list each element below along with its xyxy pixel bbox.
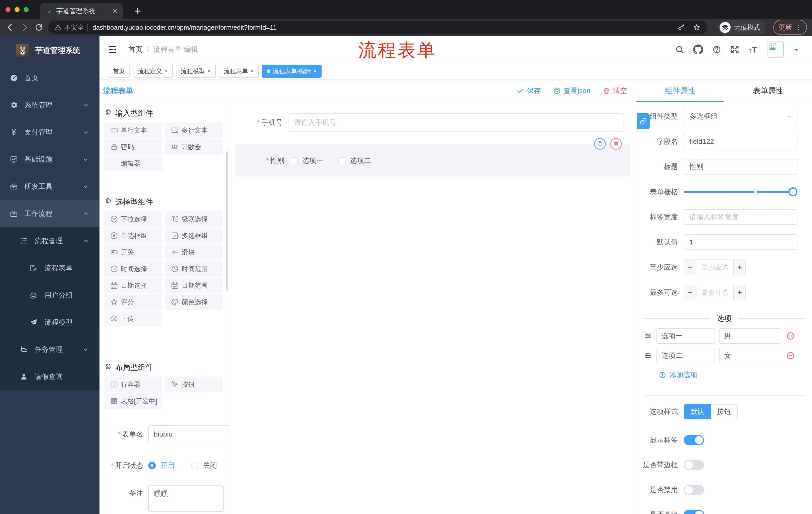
password-key-icon[interactable] bbox=[677, 23, 685, 31]
min-select-placeholder[interactable]: 至少应选 bbox=[696, 260, 733, 275]
palette-item-时间选择[interactable]: 时间选择 bbox=[104, 261, 162, 277]
sidebar-item-基础设施[interactable]: 基础设施 bbox=[0, 146, 99, 173]
sidebar-item-流程模型[interactable]: 流程模型 bbox=[0, 309, 99, 336]
sidebar-item-工作流程[interactable]: 工作流程 bbox=[0, 200, 99, 227]
palette-item-时间范围[interactable]: 时间范围 bbox=[165, 261, 223, 277]
gender-option1-label[interactable]: 选项一 bbox=[302, 156, 323, 165]
phone-field-input[interactable] bbox=[288, 113, 624, 132]
palette-scrollbar[interactable] bbox=[226, 152, 228, 291]
palette-item-按钮[interactable]: 按钮 bbox=[165, 377, 223, 392]
toggle-switch-off[interactable] bbox=[684, 485, 704, 495]
tag-close-icon[interactable]: × bbox=[207, 68, 211, 75]
palette-item-表格[开发中][interactable]: 表格[开发中] bbox=[104, 393, 162, 409]
remove-option-icon[interactable] bbox=[786, 351, 795, 360]
status-on-radio[interactable] bbox=[148, 462, 156, 469]
user-avatar[interactable] bbox=[767, 42, 784, 58]
breadcrumb-home[interactable]: 首页 bbox=[128, 45, 142, 54]
link-drawer-handle[interactable] bbox=[637, 113, 650, 129]
tab-form-props[interactable]: 表单属性 bbox=[724, 80, 812, 102]
palette-item-编辑器[interactable]: 编辑器 bbox=[104, 156, 162, 171]
palette-item-下拉选择[interactable]: 下拉选择 bbox=[104, 211, 162, 227]
forward-icon[interactable] bbox=[20, 23, 29, 32]
drag-handle-icon[interactable] bbox=[644, 351, 652, 360]
stepper-decrease-button[interactable]: − bbox=[685, 260, 696, 275]
option-value-input[interactable] bbox=[719, 328, 781, 344]
window-zoom-button[interactable] bbox=[24, 7, 29, 12]
tag-close-icon[interactable]: × bbox=[314, 68, 317, 75]
window-controls[interactable] bbox=[5, 7, 29, 12]
palette-item-行容器[interactable]: 行容器 bbox=[104, 377, 162, 392]
palette-item-日期选择[interactable]: 日期选择 bbox=[104, 278, 162, 293]
palette-item-开关[interactable]: 开关 bbox=[104, 244, 162, 260]
toggle-switch-on[interactable] bbox=[684, 510, 704, 514]
window-minimize-button[interactable] bbox=[14, 7, 20, 12]
font-size-icon[interactable] bbox=[749, 45, 758, 55]
palette-item-日期范围[interactable]: 日期范围 bbox=[165, 278, 223, 293]
stepper-decrease-button[interactable]: − bbox=[685, 285, 696, 300]
url-text[interactable]: dashboard.yudao.iocoder.cn/bpm/manager/f… bbox=[92, 24, 677, 31]
add-option-button[interactable]: 添加选项 bbox=[659, 370, 812, 380]
toggle-switch-off[interactable] bbox=[684, 460, 704, 470]
form-grid-slider[interactable] bbox=[684, 184, 798, 200]
style-button-button[interactable]: 按钮 bbox=[711, 404, 737, 419]
window-close-button[interactable] bbox=[5, 7, 10, 12]
palette-item-多选框组[interactable]: 多选框组 bbox=[165, 228, 223, 243]
max-select-placeholder[interactable]: 最多可选 bbox=[696, 285, 733, 300]
hamburger-icon[interactable] bbox=[108, 45, 117, 54]
status-off-radio[interactable] bbox=[191, 462, 199, 469]
status-off-label[interactable]: 关闭 bbox=[203, 461, 217, 470]
palette-item-颜色选择[interactable]: 颜色选择 bbox=[165, 294, 223, 310]
palette-item-密码[interactable]: 密码 bbox=[104, 139, 162, 155]
component-type-select[interactable] bbox=[684, 109, 798, 124]
save-button[interactable]: 保存 bbox=[516, 86, 541, 96]
sidebar-item-流程表单[interactable]: 流程表单 bbox=[0, 254, 99, 282]
browser-tab[interactable]: 芋道管理系统 bbox=[40, 3, 123, 19]
stepper-increase-button[interactable]: + bbox=[733, 285, 746, 300]
option-label-input[interactable] bbox=[657, 348, 715, 363]
selected-component-gender[interactable]: 性别 选项一 选项二 bbox=[235, 144, 630, 177]
component-type-value[interactable] bbox=[684, 109, 798, 124]
status-on-label[interactable]: 开启 bbox=[160, 461, 174, 470]
palette-item-单选框组[interactable]: 单选框组 bbox=[104, 228, 162, 243]
style-default-button[interactable]: 默认 bbox=[684, 404, 711, 419]
slider-handle[interactable] bbox=[788, 187, 798, 196]
gender-option2-label[interactable]: 选项二 bbox=[350, 156, 371, 165]
remove-option-icon[interactable] bbox=[786, 331, 795, 341]
tab-component-props[interactable]: 组件属性 bbox=[636, 80, 724, 102]
avatar-caret-icon[interactable] bbox=[793, 46, 800, 53]
stepper-increase-button[interactable]: + bbox=[733, 260, 746, 275]
toggle-switch-on[interactable] bbox=[684, 435, 704, 445]
title-input[interactable] bbox=[684, 159, 798, 174]
palette-item-级联选择[interactable]: 级联选择 bbox=[165, 211, 223, 227]
browser-update-menu-button[interactable]: 更新 bbox=[773, 20, 807, 35]
sidebar-item-支付管理[interactable]: 支付管理 bbox=[0, 119, 99, 146]
label-width-input[interactable] bbox=[684, 209, 798, 225]
option-value-input[interactable] bbox=[719, 348, 781, 363]
gender-option2-checkbox[interactable] bbox=[339, 157, 345, 164]
sidebar-item-流程管理[interactable]: 流程管理 bbox=[0, 227, 99, 254]
palette-item-计数器[interactable]: 计数器 bbox=[165, 139, 223, 155]
search-icon[interactable] bbox=[675, 45, 684, 54]
sidebar-item-用户分组[interactable]: 用户分组 bbox=[0, 282, 99, 309]
slider-track[interactable] bbox=[684, 191, 795, 193]
clear-button[interactable]: 清空 bbox=[603, 86, 627, 96]
form-name-input[interactable] bbox=[148, 425, 229, 443]
url-bar[interactable]: 不安全 dashboard.yudao.iocoder.cn/bpm/manag… bbox=[48, 21, 707, 34]
default-value-input[interactable] bbox=[684, 234, 798, 250]
tag-流程表单-编辑[interactable]: 流程表单-编辑× bbox=[262, 64, 322, 78]
tab-close-icon[interactable] bbox=[112, 7, 118, 14]
bookmark-star-icon[interactable] bbox=[692, 23, 701, 32]
view-json-button[interactable]: 查看json bbox=[553, 86, 590, 96]
palette-item-多行文本[interactable]: 多行文本 bbox=[165, 123, 223, 138]
tag-close-icon[interactable]: × bbox=[251, 68, 254, 75]
sidebar-item-任务管理[interactable]: 任务管理 bbox=[0, 336, 99, 363]
field-name-input[interactable] bbox=[684, 134, 798, 150]
gender-option1-checkbox[interactable] bbox=[291, 157, 298, 164]
tag-close-icon[interactable]: × bbox=[165, 68, 168, 75]
palette-item-单行文本[interactable]: 单行文本 bbox=[104, 123, 162, 138]
new-tab-button[interactable] bbox=[133, 6, 142, 16]
palette-item-滑块[interactable]: 滑块 bbox=[165, 244, 223, 260]
palette-item-评分[interactable]: 评分 bbox=[104, 294, 162, 310]
sidebar-item-首页[interactable]: 首页 bbox=[0, 64, 99, 91]
fullscreen-icon[interactable] bbox=[730, 45, 740, 54]
